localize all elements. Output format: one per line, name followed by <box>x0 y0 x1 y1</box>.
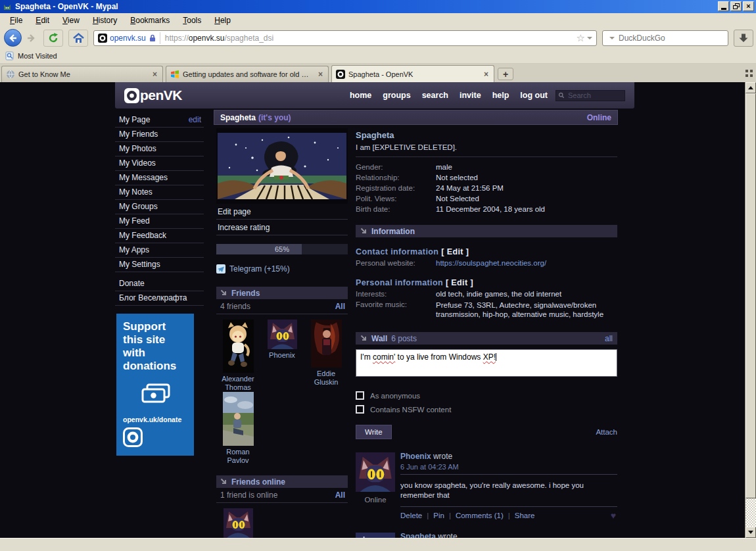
tab-close-icon[interactable]: × <box>317 70 324 79</box>
personal-edit-link[interactable]: [ Edit ] <box>446 278 473 287</box>
sidebar-item-blog[interactable]: Блог Веселкрафта <box>115 291 204 306</box>
friend-name[interactable]: Alexander Thomas <box>216 375 260 392</box>
post-author-avatar-spagheta[interactable] <box>356 533 395 538</box>
friend-name[interactable]: Roman Pavlov <box>216 448 260 465</box>
sidebar-item-my-notes[interactable]: My Notes <box>115 185 204 200</box>
restore-button[interactable] <box>730 1 742 11</box>
post-comments-link[interactable]: Comments (1) <box>456 512 504 519</box>
home-button[interactable] <box>68 30 88 47</box>
friends-all-link[interactable]: All <box>335 302 345 311</box>
like-heart-icon[interactable]: ♥ <box>611 510 616 521</box>
tab-spagheta-openvk[interactable]: Spagheta - OpenVK × <box>331 65 494 82</box>
vertical-scrollbar[interactable] <box>745 82 756 538</box>
post-author-avatar-phoenix[interactable] <box>356 452 395 492</box>
post-share-link[interactable]: Share <box>515 512 535 519</box>
attach-link[interactable]: Attach <box>596 428 617 436</box>
tab-close-icon[interactable]: × <box>151 70 158 79</box>
personal-website-link[interactable]: https://soulspaghet.neocities.org/ <box>436 259 546 267</box>
sidebar-item-my-friends[interactable]: My Friends <box>115 128 204 142</box>
bookmark-most-visited[interactable]: Most Visited <box>18 52 57 60</box>
sidebar-item-my-feed[interactable]: My Feed <box>115 214 204 229</box>
nsfw-checkbox[interactable] <box>356 405 364 414</box>
write-button[interactable]: Write <box>356 425 392 439</box>
sidebar-edit-link[interactable]: edit <box>189 115 201 124</box>
bookmark-dropdown-icon[interactable] <box>587 37 592 39</box>
search-bar[interactable] <box>602 30 728 46</box>
bookmark-star-icon[interactable]: ☆ <box>577 33 585 43</box>
menu-view[interactable]: View <box>57 14 85 26</box>
menu-file[interactable]: File <box>4 14 28 26</box>
donate-banner[interactable]: Support this site with donations openvk.… <box>116 314 194 456</box>
sidebar-item-my-apps[interactable]: My Apps <box>115 243 204 258</box>
sidebar-item-my-groups[interactable]: My Groups <box>115 200 204 214</box>
tab-close-icon[interactable]: × <box>483 70 490 79</box>
sidebar-item-my-videos[interactable]: My Videos <box>115 156 204 171</box>
profile-status[interactable]: I am [EXPLETIVE DELETED]. <box>356 143 617 157</box>
edit-page-link[interactable]: Edit page <box>216 204 348 220</box>
friend-avatar-phoenix[interactable] <box>268 320 297 349</box>
sidebar-item-my-feedback[interactable]: My Feedback <box>115 229 204 243</box>
anonymous-checkbox[interactable] <box>356 391 364 400</box>
nav-search[interactable]: search <box>422 91 448 100</box>
friend-card[interactable]: Alexander Thomas <box>216 320 260 392</box>
menu-edit[interactable]: Edit <box>30 14 55 26</box>
friend-name[interactable]: Phoenix <box>260 351 304 360</box>
profile-avatar[interactable] <box>216 128 348 204</box>
scrollbar-thumb[interactable] <box>745 93 756 498</box>
url-bar[interactable]: openvk.su https://openvk.su/spagheta_dsi… <box>93 30 597 46</box>
friend-name[interactable]: Eddie Gluskin <box>304 370 348 387</box>
telegram-link[interactable]: Telegram (+15%) <box>216 264 348 274</box>
friend-card[interactable]: Eddie Gluskin <box>304 320 348 387</box>
increase-rating-link[interactable]: Increase rating <box>216 220 348 235</box>
post-pin-link[interactable]: Pin <box>433 512 444 519</box>
post-delete-link[interactable]: Delete <box>400 512 422 519</box>
reload-button[interactable] <box>43 30 63 47</box>
friend-avatar-alexander[interactable] <box>223 320 254 373</box>
close-button[interactable]: × <box>743 1 754 11</box>
nav-invite[interactable]: invite <box>460 91 481 100</box>
sidebar-item-my-messages[interactable]: My Messages <box>115 171 204 185</box>
menu-tools[interactable]: Tools <box>177 14 207 26</box>
sidebar-item-my-page[interactable]: My Page edit <box>115 113 204 128</box>
menu-history[interactable]: History <box>87 14 123 26</box>
site-identity-chip[interactable]: openvk.su <box>97 32 160 44</box>
nav-home[interactable]: home <box>350 91 371 100</box>
friends-online-all-link[interactable]: All <box>335 491 345 500</box>
nav-groups[interactable]: groups <box>383 91 410 100</box>
friend-avatar-phoenix[interactable] <box>224 508 253 538</box>
friend-card[interactable]: Roman Pavlov <box>216 392 260 465</box>
wall-all-link[interactable]: all <box>605 334 613 343</box>
openvk-logo[interactable]: penVK <box>124 87 182 103</box>
nav-logout[interactable]: log out <box>520 91 548 100</box>
post-author-link[interactable]: Spagheta <box>400 532 436 538</box>
back-button[interactable] <box>4 29 22 47</box>
sidebar-item-my-settings[interactable]: My Settings <box>115 258 204 272</box>
post-date[interactable]: 6 Jun at 04:23 AM <box>400 463 617 471</box>
minimize-button[interactable] <box>718 1 729 11</box>
scroll-up-button[interactable] <box>745 82 756 93</box>
sidebar-item-donate[interactable]: Donate <box>115 277 204 291</box>
search-engine-dropdown-icon[interactable] <box>609 37 615 39</box>
openvk-search-input[interactable] <box>567 91 619 100</box>
post-author-link[interactable]: Phoenix <box>400 452 431 461</box>
tab-get-to-know-me[interactable]: Get to Know Me × <box>1 66 163 82</box>
menu-bookmarks[interactable]: Bookmarks <box>124 14 176 26</box>
web-search-input[interactable] <box>617 33 722 43</box>
tab-getting-updates[interactable]: Getting updates and software for old Wi.… <box>166 66 329 82</box>
openvk-search-box[interactable] <box>555 90 625 101</box>
friend-card[interactable]: Phoenix <box>216 508 260 538</box>
friend-avatar-roman[interactable] <box>223 392 254 446</box>
field-value: Not selected <box>436 174 478 181</box>
new-tab-button[interactable]: + <box>498 68 513 80</box>
nav-help[interactable]: help <box>492 91 509 100</box>
scroll-down-button[interactable] <box>745 527 756 538</box>
friend-avatar-eddie[interactable] <box>311 320 342 368</box>
downloads-button[interactable] <box>734 30 753 47</box>
list-all-tabs-icon[interactable] <box>745 69 753 78</box>
forward-button[interactable] <box>24 31 38 45</box>
contact-edit-link[interactable]: [ Edit ] <box>441 247 469 256</box>
sidebar-item-my-photos[interactable]: My Photos <box>115 142 204 156</box>
menu-help[interactable]: Help <box>208 14 237 26</box>
wall-composer-input[interactable]: I'm comin' to ya live from Windows XP! <box>356 349 617 377</box>
friend-card[interactable]: Phoenix <box>260 320 304 360</box>
